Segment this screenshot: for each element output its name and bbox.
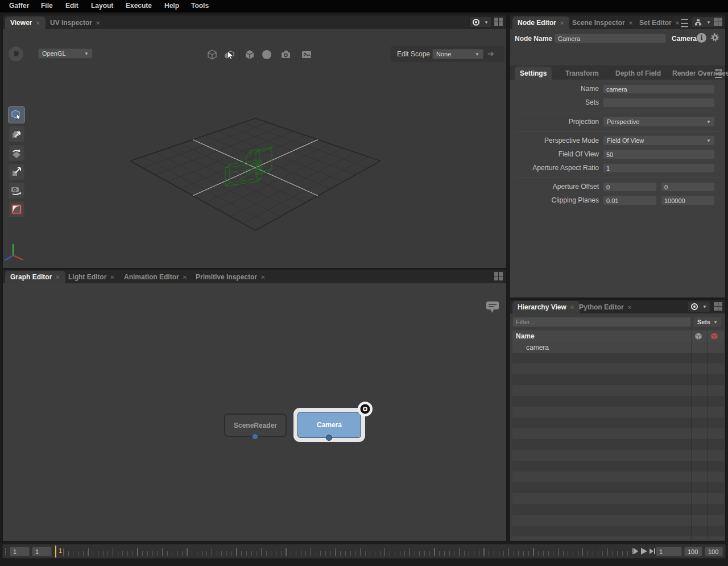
projection-dropdown[interactable]: Perspective ▼ [603, 117, 715, 127]
info-icon[interactable]: i [697, 33, 706, 43]
aperture-offset-y-input[interactable] [661, 182, 715, 192]
scene-image-button[interactable] [299, 47, 314, 62]
chevron-down-icon: ▼ [706, 119, 711, 125]
fov-input[interactable] [603, 150, 715, 159]
clipping-near-input[interactable] [603, 196, 657, 205]
range-end-input[interactable] [684, 547, 702, 556]
close-icon[interactable]: ✕ [560, 20, 564, 26]
tab-uv-inspector[interactable]: UV Inspector ✕ [45, 16, 105, 29]
tab-primitive-inspector[interactable]: Primitive Inspector ✕ [191, 271, 270, 283]
tab-python-editor[interactable]: Python Editor ✕ [574, 301, 637, 313]
close-icon[interactable]: ✕ [675, 20, 680, 26]
close-icon[interactable]: ✕ [110, 274, 114, 280]
expansion-button[interactable] [242, 47, 257, 62]
graph-canvas[interactable]: SceneReader Camera [3, 283, 506, 541]
menu-tools[interactable]: Tools [191, 2, 209, 10]
crop-window-tool-button[interactable] [8, 201, 25, 218]
close-icon[interactable]: ✕ [627, 304, 632, 311]
graph-editor-panel: Graph Editor ✕ Light Editor ✕ Animation … [2, 269, 507, 542]
menu-execute[interactable]: Execute [126, 2, 152, 10]
sets-filter-button[interactable]: Sets ▼ [693, 317, 722, 327]
viewer-viewport[interactable]: OpenGL ▼ [3, 29, 506, 268]
tab-viewer[interactable]: Viewer ✕ [5, 16, 46, 29]
gear-icon[interactable] [710, 32, 720, 43]
editor-focus-menu[interactable]: ▼ [691, 16, 714, 28]
tab-overflow-icon[interactable] [681, 19, 688, 27]
menu-help[interactable]: Help [164, 2, 179, 10]
frame-increment-input[interactable] [10, 547, 30, 556]
menu-gaffer[interactable]: Gaffer [9, 2, 29, 10]
current-frame-input[interactable] [32, 547, 52, 556]
layout-menu-icon[interactable] [494, 272, 503, 280]
tab-transform[interactable]: Transform [560, 67, 604, 80]
name-label: Name [512, 84, 599, 94]
timeline-ticks-major[interactable] [63, 548, 632, 556]
tab-set-editor[interactable]: Set Editor ✕ [634, 16, 685, 29]
aperture-offset-x-input[interactable] [603, 182, 657, 192]
selection-tool-button[interactable] [8, 106, 25, 123]
sets-input[interactable] [603, 98, 715, 108]
sphere-icon [261, 49, 272, 60]
edit-scope-arrow-icon[interactable]: ➔ [487, 49, 494, 58]
menu-layout[interactable]: Layout [91, 2, 113, 10]
tab-graph-editor[interactable]: Graph Editor ✕ [5, 271, 65, 283]
translate-tool-button[interactable] [8, 126, 25, 143]
toolbar-separator [296, 48, 296, 61]
layout-menu-icon[interactable] [494, 18, 503, 26]
table-empty-rows[interactable] [512, 353, 724, 540]
timeline-grip[interactable] [5, 548, 7, 555]
tab-hierarchy-view[interactable]: Hierarchy View ✕ [512, 301, 580, 313]
close-icon[interactable]: ✕ [96, 20, 100, 26]
hierarchy-panel: Hierarchy View ✕ Python Editor ✕ ▼ Sets … [510, 299, 726, 542]
section-menu-icon[interactable] [715, 69, 722, 78]
shading-sphere-button[interactable] [259, 47, 274, 62]
name-input[interactable] [603, 84, 715, 94]
pan-hand-button[interactable] [9, 47, 23, 61]
close-icon[interactable]: ✕ [35, 20, 40, 26]
focus-node-icon[interactable] [357, 401, 373, 417]
menu-file[interactable]: File [41, 2, 53, 10]
node-camera-output-plug[interactable] [326, 435, 332, 441]
tab-animation-editor[interactable]: Animation Editor ✕ [119, 271, 192, 283]
tab-light-editor[interactable]: Light Editor ✕ [63, 271, 120, 283]
drawing-mode-button[interactable] [205, 47, 220, 62]
aperture-aspect-input[interactable] [603, 163, 715, 173]
range-start-input[interactable] [656, 547, 682, 556]
editor-focus-menu[interactable]: ▼ [688, 301, 710, 312]
close-icon[interactable]: ✕ [55, 274, 60, 280]
close-icon[interactable]: ✕ [183, 274, 187, 280]
hand-icon [12, 50, 20, 58]
layout-menu-icon[interactable] [714, 18, 722, 26]
play-button[interactable] [640, 547, 648, 555]
editor-focus-menu[interactable]: ▼ [469, 16, 492, 28]
clipping-far-input[interactable] [661, 196, 715, 205]
camera-icon [280, 49, 293, 60]
divider [515, 113, 721, 113]
rotate-tool-button[interactable] [8, 144, 25, 162]
playhead[interactable] [55, 546, 56, 557]
tab-node-editor[interactable]: Node Editor ✕ [512, 16, 569, 29]
menu-edit[interactable]: Edit [65, 2, 78, 10]
tab-depth-of-field[interactable]: Depth of Field [610, 67, 666, 80]
look-through-camera-button[interactable] [279, 47, 294, 62]
tab-settings[interactable]: Settings [515, 67, 552, 80]
close-icon[interactable]: ✕ [260, 274, 265, 280]
skip-end-button[interactable] [649, 548, 656, 555]
skip-start-button[interactable] [632, 548, 639, 555]
edit-scope-dropdown[interactable]: None ▼ [432, 49, 483, 59]
node-scenereader-output-plug[interactable] [252, 433, 258, 440]
tab-scene-inspector[interactable]: Scene Inspector ✕ [567, 16, 638, 29]
layout-menu-icon[interactable] [714, 302, 722, 311]
scale-tool-button[interactable] [8, 163, 25, 180]
table-header[interactable]: Name [512, 330, 724, 342]
annotation-icon[interactable] [485, 299, 500, 315]
perspective-mode-dropdown[interactable]: Field Of View ▼ [603, 135, 715, 146]
close-icon[interactable]: ✕ [628, 20, 633, 26]
edit-scope-group: Edit Scope None ▼ ➔ [391, 46, 504, 62]
renderer-dropdown[interactable]: OpenGL ▼ [38, 48, 93, 59]
playback-end-input[interactable] [705, 547, 723, 556]
camera-tool-button[interactable] [8, 182, 25, 199]
node-name-input[interactable] [555, 34, 666, 43]
filter-input[interactable] [512, 317, 691, 327]
table-row[interactable]: camera [512, 342, 724, 353]
